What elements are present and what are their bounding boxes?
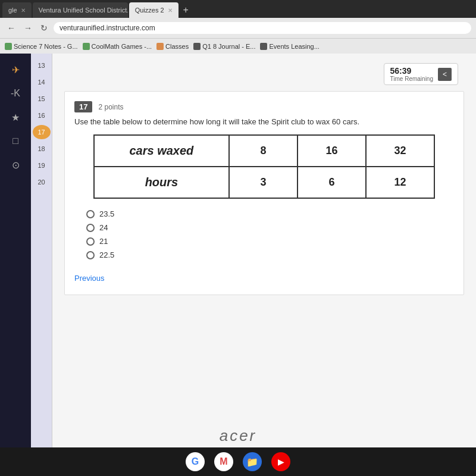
bookmark-events[interactable]: Events Leasing...: [260, 43, 319, 50]
tab-close-icon[interactable]: ✕: [21, 7, 26, 14]
bookmark-label: CoolMath Games -...: [92, 43, 152, 50]
hours-label: hours: [94, 167, 229, 198]
quiz-nav-item-19[interactable]: 19: [33, 158, 51, 173]
google-icon[interactable]: G: [186, 452, 205, 471]
nav-number: 18: [37, 145, 45, 152]
hours-value-2: 6: [298, 167, 366, 198]
files-icon[interactable]: 📁: [243, 452, 262, 471]
youtube-icon[interactable]: ▶: [271, 452, 290, 471]
quiz-nav-item-13[interactable]: 13: [33, 58, 51, 73]
quiz-nav-item-15[interactable]: 15: [33, 92, 51, 106]
tab-close-icon[interactable]: ✕: [168, 7, 173, 14]
quiz-nav-item-20[interactable]: 20: [33, 175, 51, 189]
circle-icon[interactable]: ⊙: [5, 155, 26, 175]
data-table: cars waxed 8 16 32 hours 3 6 12: [93, 134, 435, 199]
bookmark-science[interactable]: Science 7 Notes - G...: [5, 43, 78, 50]
main-content: 56:39 Time Remaining < 17 2 points Use t…: [52, 54, 476, 476]
radio-21[interactable]: [86, 237, 95, 246]
option-label: 23.5: [99, 209, 114, 218]
bookmark-icon: [5, 43, 12, 50]
question-number-badge: 17: [74, 101, 92, 112]
timer-box: 56:39 Time Remaining <: [384, 63, 458, 85]
timer-label: Time Remaining: [390, 76, 433, 82]
collapse-timer-button[interactable]: <: [438, 68, 452, 81]
bookmark-icon: [156, 43, 164, 50]
quiz-nav: 13 14 15 16 17 18 19 20: [31, 54, 52, 476]
taskbar: G M 📁 ▶: [0, 447, 476, 476]
bookmark-icon: [193, 43, 201, 50]
back-button[interactable]: ←: [5, 22, 18, 34]
option-24[interactable]: 24: [86, 223, 454, 232]
option-label: 24: [99, 223, 108, 232]
nav-number: 14: [37, 79, 45, 86]
previous-button[interactable]: Previous: [74, 271, 105, 285]
question-block: 17 2 points Use the table below to deter…: [64, 91, 464, 295]
cars-waxed-label: cars waxed: [94, 135, 229, 167]
bookmark-label: Science 7 Notes - G...: [14, 43, 78, 50]
flag-icon[interactable]: -K: [5, 83, 26, 104]
quiz-nav-item-18[interactable]: 18: [33, 142, 51, 156]
tab-gle[interactable]: gle ✕: [2, 2, 32, 18]
cars-value-1: 8: [229, 135, 298, 167]
timer-display: 56:39: [390, 66, 433, 76]
bookmarks-bar: Science 7 Notes - G... CoolMath Games -.…: [0, 38, 476, 54]
table-row-cars: cars waxed 8 16 32: [94, 135, 434, 167]
page-body: ✈ -K ★ □ ⊙ 13 14 15 16 17 18 19 20: [0, 54, 476, 476]
tab-bar: gle ✕ Ventura Unified School District...…: [0, 0, 476, 18]
square-icon[interactable]: □: [5, 131, 26, 151]
nav-number: 17: [37, 129, 45, 136]
quiz-nav-item-17[interactable]: 17: [33, 125, 51, 139]
radio-23-5[interactable]: [86, 210, 95, 218]
bookmark-icon: [260, 43, 267, 50]
bookmark-coolmath[interactable]: CoolMath Games -...: [83, 43, 152, 50]
content-topbar: 56:39 Time Remaining <: [64, 63, 464, 85]
option-23-5[interactable]: 23.5: [86, 209, 454, 218]
bookmark-label: Classes: [165, 43, 189, 50]
bookmark-journal[interactable]: Q1 8 Journal - E...: [193, 43, 255, 50]
question-text: Use the table below to determine how lon…: [74, 117, 454, 126]
nav-number: 20: [37, 178, 45, 186]
acer-logo: acer: [220, 427, 257, 444]
bookmark-classes[interactable]: Classes: [156, 43, 189, 50]
cars-value-2: 16: [298, 135, 366, 167]
tab-label: Ventura Unified School District...: [39, 7, 128, 14]
bookmark-icon: [83, 43, 90, 50]
nav-number: 13: [37, 62, 45, 69]
radio-24[interactable]: [86, 224, 95, 232]
new-tab-button[interactable]: +: [180, 5, 192, 15]
option-21[interactable]: 21: [86, 237, 454, 246]
option-label: 21: [99, 237, 108, 246]
question-header: 17 2 points: [74, 101, 454, 112]
quiz-nav-item-16[interactable]: 16: [33, 108, 51, 123]
hours-value-1: 3: [229, 167, 298, 198]
table-row-hours: hours 3 6 12: [94, 167, 434, 198]
tab-label: Quizzes 2: [135, 7, 164, 14]
nav-number: 16: [37, 112, 45, 119]
reload-button[interactable]: ↻: [38, 22, 50, 34]
tab-quizzes[interactable]: Quizzes 2 ✕: [129, 2, 178, 18]
hours-value-3: 12: [366, 167, 434, 198]
nav-number: 19: [37, 162, 45, 169]
question-points: 2 points: [98, 103, 123, 111]
tab-label: gle: [8, 7, 17, 14]
bookmark-label: Events Leasing...: [269, 43, 319, 50]
tab-ventura[interactable]: Ventura Unified School District... ✕: [33, 2, 128, 18]
forward-button[interactable]: →: [21, 22, 35, 34]
bookmark-label: Q1 8 Journal - E...: [202, 43, 255, 50]
gmail-icon[interactable]: M: [214, 452, 233, 471]
browser-chrome: gle ✕ Ventura Unified School District...…: [0, 0, 476, 54]
option-label: 22.5: [99, 250, 114, 259]
airplane-icon[interactable]: ✈: [5, 60, 26, 80]
cars-value-3: 32: [366, 135, 434, 167]
url-input[interactable]: venturaunified.instructure.com: [54, 22, 471, 34]
sidebar: ✈ -K ★ □ ⊙: [0, 54, 31, 476]
star-icon[interactable]: ★: [5, 107, 26, 127]
option-22-5[interactable]: 22.5: [86, 250, 454, 259]
answer-options: 23.5 24 21 22.5: [74, 209, 454, 259]
address-bar: ← → ↻ venturaunified.instructure.com: [0, 18, 476, 38]
nav-number: 15: [37, 95, 45, 102]
radio-22-5[interactable]: [86, 251, 95, 259]
quiz-nav-item-14[interactable]: 14: [33, 75, 51, 89]
